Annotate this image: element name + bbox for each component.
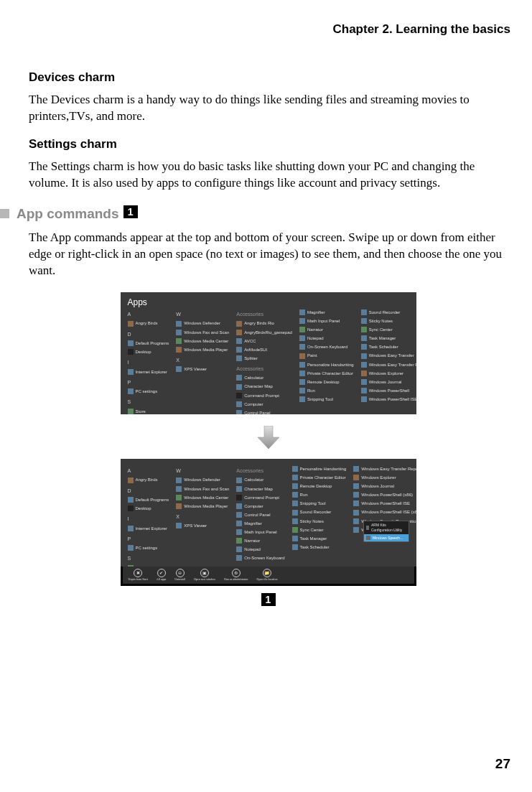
list-item: Control Panel xyxy=(236,512,284,518)
list-item: Angry Birds xyxy=(128,477,169,483)
cmd-allapps: ✔All apps xyxy=(157,569,166,581)
list-item: Run xyxy=(299,388,354,393)
list-item: Task Manager xyxy=(361,335,416,341)
list-item: AVCC xyxy=(236,338,292,344)
list-item: Windows Media Center xyxy=(176,495,229,500)
chapter-header: Chapter 2. Learning the basics xyxy=(24,22,510,38)
list-item: Math Input Panel xyxy=(236,529,284,535)
list-item: PC settings xyxy=(128,388,169,394)
list-item: AvModeSUI xyxy=(236,347,292,353)
list-item: Sticky Notes xyxy=(361,318,416,324)
list-item: XPS Viewer xyxy=(176,366,229,372)
list-item: Task Scheduler xyxy=(361,344,416,350)
list-item: Narrator xyxy=(236,538,284,544)
list-item: Windows Easy Transfer Reports xyxy=(353,466,416,472)
list-item: Internet Explorer xyxy=(128,526,169,531)
list-item: Magnifier xyxy=(299,309,354,315)
list-item: Calculator xyxy=(236,477,284,483)
list-item: Splitter xyxy=(236,355,292,361)
list-item: Sticky Notes xyxy=(292,518,347,524)
cmd-unpin: ✖Unpin from Start xyxy=(129,569,148,581)
list-item: Windows Easy Transfer Reports xyxy=(361,362,416,368)
list-item: Windows PowerShell (x86) xyxy=(353,492,416,498)
list-item: Run xyxy=(292,492,347,498)
list-item: Store xyxy=(128,409,169,414)
list-item: Command Prompt xyxy=(236,495,284,500)
list-item: Windows PowerShell ISE xyxy=(353,500,416,506)
app-command-bar-outline: ✖Unpin from Start ✔All apps ⊖Uninstall ▣… xyxy=(121,564,416,586)
list-item: Windows Easy Transfer xyxy=(361,353,416,358)
list-item: Default Programs xyxy=(128,497,169,503)
list-item: Private Character Editor xyxy=(292,475,347,480)
app-command-bar: ✖Unpin from Start ✔All apps ⊖Uninstall ▣… xyxy=(123,567,414,584)
list-item: Sound Recorder xyxy=(292,509,347,515)
list-item: Notepad xyxy=(236,546,284,552)
apps-screen-top: Apps A Angry Birds D Default Programs De… xyxy=(121,292,416,414)
list-item: Windows Media Player xyxy=(176,347,229,353)
context-menu: ARM Kits Configuration Utility Windows S… xyxy=(363,521,409,542)
list-item: Sync Center xyxy=(292,527,347,533)
list-item: Store xyxy=(128,565,169,567)
list-item: Personalize Handwriting xyxy=(292,466,347,472)
list-item: Sync Center xyxy=(361,327,416,332)
list-item: Magnifier xyxy=(236,521,284,526)
list-item: Character Map xyxy=(236,486,284,492)
list-item: Math Input Panel xyxy=(299,318,354,324)
list-item: Internet Explorer xyxy=(128,369,169,375)
list-item: Angry Birds Rio xyxy=(236,320,292,326)
list-item: XPS Viewer xyxy=(176,523,229,528)
list-item: Windows PowerShell ISE xyxy=(361,396,416,402)
list-item: Windows Explorer xyxy=(361,371,416,376)
list-item: Windows Fax and Scan xyxy=(176,486,229,492)
page-number: 27 xyxy=(495,755,510,773)
list-item: Command Prompt xyxy=(236,393,292,399)
list-item: Default Programs xyxy=(128,340,169,346)
list-item: Computer xyxy=(236,401,292,407)
list-item: Windows Explorer xyxy=(353,475,416,480)
devices-charm-section: Devices charm The Devices charm is a han… xyxy=(29,70,510,192)
app-commands-heading: App commands xyxy=(17,205,119,223)
list-item: Task Manager xyxy=(292,536,347,541)
list-item: Snipping Tool xyxy=(299,396,354,402)
cmd-uninstall: ⊖Uninstall xyxy=(174,569,185,581)
list-item: Narrator xyxy=(299,327,354,332)
section-bullet-icon xyxy=(0,209,9,218)
list-item: Windows PowerShell ISE (x86) xyxy=(353,509,416,515)
list-item: Windows Defender xyxy=(176,320,229,326)
list-item: On-Screen Keyboard xyxy=(236,555,284,561)
list-item: PC settings xyxy=(128,545,169,551)
devices-body: The Devices charm is a handy way to do t… xyxy=(29,92,510,125)
list-item: Desktop xyxy=(128,506,169,511)
list-item: AngryBirdsRio_gamepad xyxy=(236,330,292,335)
apps-title: Apps xyxy=(128,297,147,308)
cmd-new-window: ▣Open new window xyxy=(194,569,215,581)
down-arrow-icon xyxy=(258,426,279,449)
list-item: Sound Recorder xyxy=(361,309,416,315)
list-item: Notepad xyxy=(299,335,354,341)
list-item: Windows Defender xyxy=(176,477,229,483)
list-item: Control Panel xyxy=(236,410,292,414)
list-item: Character Map xyxy=(236,383,292,389)
list-item: On-Screen Keyboard xyxy=(299,344,354,350)
list-item: Windows Journal xyxy=(353,483,416,489)
callout-badge: 1 xyxy=(261,593,276,610)
list-item: Private Character Editor xyxy=(299,371,354,376)
list-item: Windows Media Center xyxy=(176,338,229,344)
list-item: Personalize Handwriting xyxy=(299,362,354,368)
list-item: Windows Media Player xyxy=(176,503,229,509)
apps-screen-bottom: A Angry Birds D Default Programs Desktop… xyxy=(121,459,416,567)
cmd-open-location: 📁Open file location xyxy=(257,569,278,581)
list-item: Snipping Tool xyxy=(292,500,347,506)
list-item: Windows PowerShell xyxy=(361,388,416,393)
list-item: Angry Birds xyxy=(128,320,169,326)
list-item: Windows Journal xyxy=(361,379,416,385)
devices-heading: Devices charm xyxy=(29,70,510,86)
list-item: Remote Desktop xyxy=(292,483,347,489)
list-item: Windows Fax and Scan xyxy=(176,330,229,335)
app-commands-heading-row: App commands 1 xyxy=(0,205,512,223)
settings-heading: Settings charm xyxy=(29,136,510,153)
cmd-run-admin: ⚙Run as administrator xyxy=(224,569,248,581)
settings-body: The Settings charm is how you do basic t… xyxy=(29,159,510,192)
list-item: Remote Desktop xyxy=(299,379,354,385)
list-item: Paint xyxy=(299,353,354,358)
